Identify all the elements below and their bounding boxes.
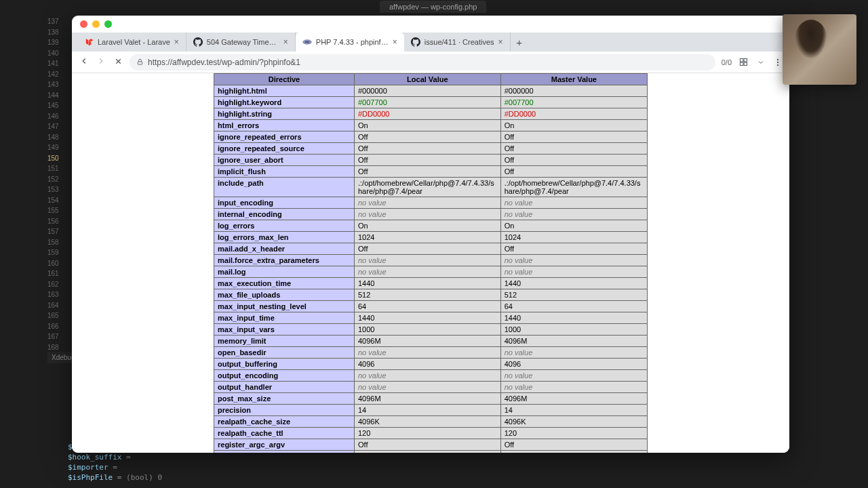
local-value-cell: Off: [354, 439, 500, 451]
extensions-icon[interactable]: [738, 57, 749, 67]
forward-button[interactable]: [96, 56, 106, 68]
directive-cell: max_input_nesting_level: [214, 301, 355, 312]
local-value-cell: #000000: [354, 85, 500, 97]
master-value-cell: 4096M: [500, 393, 647, 405]
master-value-cell: 14: [500, 405, 647, 416]
directive-cell: post_max_size: [214, 393, 355, 405]
new-tab-button[interactable]: +: [511, 33, 528, 52]
table-header: Local Value: [354, 74, 500, 85]
master-value-cell: 1440: [500, 278, 647, 289]
tab-favicon-icon: [84, 37, 94, 47]
local-value-cell: 64: [354, 301, 500, 312]
master-value-cell: 120: [500, 428, 647, 439]
master-value-cell: 1000: [500, 324, 647, 336]
chevron-down-icon[interactable]: [755, 57, 766, 67]
local-value-cell: no value: [354, 255, 500, 266]
table-row: log_errors_max_len10241024: [214, 232, 648, 243]
directive-cell: log_errors: [214, 220, 355, 232]
phpinfo-table: DirectiveLocal ValueMaster Value highlig…: [214, 73, 648, 453]
directive-cell: register_argc_argv: [214, 439, 355, 451]
directive-cell: report_memleaks: [214, 451, 355, 453]
table-row: ignore_user_abortOffOff: [214, 155, 648, 166]
table-row: max_execution_time14401440: [214, 278, 648, 289]
local-value-cell: 1440: [354, 278, 500, 289]
master-value-cell: 512: [500, 289, 647, 301]
table-row: ignore_repeated_errorsOffOff: [214, 131, 648, 143]
directive-cell: ignore_repeated_source: [214, 143, 355, 155]
local-value-cell: no value: [354, 347, 500, 359]
local-value-cell: Off: [354, 243, 500, 255]
master-value-cell: no value: [500, 197, 647, 209]
table-row: output_encodingno valueno value: [214, 370, 648, 382]
table-row: mail.force_extra_parametersno valueno va…: [214, 255, 648, 266]
browser-tab[interactable]: 504 Gateway Timeout×: [186, 33, 296, 52]
table-row: highlight.html#000000#000000: [214, 85, 648, 97]
browser-tabstrip: Laravel Valet - Larave×504 Gateway Timeo…: [72, 33, 789, 52]
table-row: output_buffering40964096: [214, 359, 648, 370]
close-tab-icon[interactable]: ×: [174, 37, 179, 47]
back-button[interactable]: [79, 56, 90, 68]
close-tab-icon[interactable]: ×: [393, 37, 397, 47]
address-bar[interactable]: https://affwpdev.test/wp-admin/?phpinfo&…: [130, 54, 715, 70]
table-row: report_memleaksOnOn: [214, 451, 648, 453]
maximize-button[interactable]: [104, 20, 112, 28]
directive-cell: max_input_vars: [214, 324, 355, 336]
local-value-cell: 120: [354, 428, 500, 439]
master-value-cell: Off: [500, 166, 647, 178]
directive-cell: realpath_cache_size: [214, 416, 355, 428]
close-tab-icon[interactable]: ×: [283, 37, 288, 47]
local-value-cell: #007700: [354, 97, 500, 108]
local-value-cell: no value: [354, 209, 500, 220]
page-content[interactable]: DirectiveLocal ValueMaster Value highlig…: [72, 73, 789, 453]
table-row: output_handlerno valueno value: [214, 382, 648, 393]
stop-reload-button[interactable]: [113, 57, 123, 68]
master-value-cell: 1440: [500, 312, 647, 324]
tab-label: PHP 7.4.33 - phpinfo(): [316, 38, 389, 46]
master-value-cell: Off: [500, 155, 647, 166]
svg-point-11: [776, 64, 778, 65]
directive-cell: mail.log: [214, 266, 355, 278]
directive-cell: open_basedir: [214, 347, 355, 359]
directive-cell: include_path: [214, 178, 355, 197]
directive-cell: ignore_repeated_errors: [214, 131, 355, 143]
window-titlebar[interactable]: [72, 16, 789, 33]
local-value-cell: no value: [354, 266, 500, 278]
master-value-cell: no value: [500, 370, 647, 382]
master-value-cell: On: [500, 120, 647, 131]
local-value-cell: 4096M: [354, 336, 500, 347]
browser-tab[interactable]: issue/411 · Creatives×: [404, 33, 511, 52]
directive-cell: html_errors: [214, 120, 355, 131]
directive-cell: highlight.html: [214, 85, 355, 97]
table-row: open_basedirno valueno value: [214, 347, 648, 359]
menu-icon[interactable]: [772, 57, 783, 67]
browser-tab[interactable]: Laravel Valet - Larave×: [77, 33, 186, 52]
close-button[interactable]: [80, 20, 87, 28]
directive-cell: input_encoding: [214, 197, 355, 209]
directive-cell: max_execution_time: [214, 278, 355, 289]
local-value-cell: Off: [354, 143, 500, 155]
master-value-cell: Off: [500, 131, 647, 143]
local-value-cell: no value: [354, 382, 500, 393]
local-value-cell: 14: [354, 405, 500, 416]
local-value-cell: no value: [354, 197, 500, 209]
directive-cell: ignore_user_abort: [214, 155, 355, 166]
local-value-cell: 1024: [354, 232, 500, 243]
master-value-cell: no value: [500, 255, 647, 266]
directive-cell: max_file_uploads: [214, 289, 355, 301]
svg-point-9: [776, 58, 778, 60]
master-value-cell: Off: [500, 439, 647, 451]
local-value-cell: Off: [354, 155, 500, 166]
minimize-button[interactable]: [92, 20, 100, 28]
local-value-cell: .:/opt/homebrew/Cellar/php@7.4/7.4.33/sh…: [354, 178, 500, 197]
directive-cell: highlight.keyword: [214, 97, 355, 108]
browser-tab[interactable]: phpPHP 7.4.33 - phpinfo()×: [296, 33, 404, 52]
master-value-cell: #007700: [500, 97, 647, 108]
editor-line-gutter: 1371381391401411421431441451461471481491…: [47, 16, 59, 363]
table-header: Master Value: [500, 74, 647, 85]
webcam-overlay: [783, 14, 856, 85]
browser-window: Laravel Valet - Larave×504 Gateway Timeo…: [72, 16, 789, 453]
close-tab-icon[interactable]: ×: [498, 37, 503, 47]
table-row: ignore_repeated_sourceOffOff: [214, 143, 648, 155]
master-value-cell: #000000: [500, 85, 647, 97]
local-value-cell: On: [354, 120, 500, 131]
